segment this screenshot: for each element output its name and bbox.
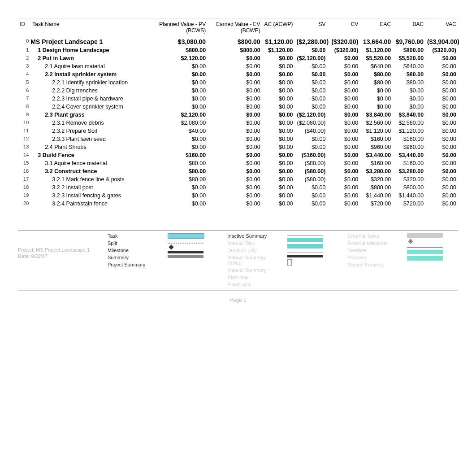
cell-ev: $0.00 [208, 78, 262, 87]
col-cv: CV [327, 20, 360, 37]
cell-cv: $0.00 [327, 151, 360, 159]
table-row: 72.2.3 Install pipe & hardware$0.00$0.00… [18, 95, 458, 103]
cell-ac: $0.00 [262, 87, 295, 95]
cell-ac: $0.00 [262, 119, 295, 127]
table-row: 22 Put in Lawn$2,120.00$0.00$0.00($2,120… [18, 54, 458, 62]
cell-ev: $0.00 [208, 87, 262, 95]
cell-vac: $0.00 [425, 127, 458, 135]
split-swatch-icon [168, 243, 203, 244]
cell-ev: $0.00 [208, 119, 262, 127]
cell-eac: $160.00 [360, 159, 393, 167]
cell-sv: $0.00 [295, 143, 328, 151]
inactive-summary-swatch-icon [287, 235, 323, 236]
table-row: 52.2.1 Identify sprinkler location$0.00$… [18, 78, 458, 87]
cell-ac: $0.00 [262, 127, 295, 135]
cell-vac: $0.00 [425, 103, 458, 111]
cell-eac: $640.00 [360, 62, 393, 70]
task-name: 2.2 Install sprinkler system [30, 70, 153, 78]
duration-only-swatch-icon [287, 244, 323, 248]
row-id: 0 [18, 37, 30, 46]
cell-cv: $0.00 [327, 111, 360, 119]
legend: Project: MS Project Landscape 1 Date: 9/… [18, 230, 458, 290]
task-name: 2.4 Plant Shrubs [30, 143, 153, 151]
cell-cv: $0.00 [327, 167, 360, 175]
legend-col-3: External Tasks External Milestone Deadli… [347, 233, 398, 267]
cell-vac: $0.00 [425, 151, 458, 159]
cell-ev: $0.00 [208, 111, 262, 119]
external-task-swatch-icon [407, 233, 443, 238]
cell-eac: $1,120.00 [360, 127, 393, 135]
cell-eac: $160.00 [360, 135, 393, 143]
task-name: 2.3.3 Plant lawn seed [30, 135, 153, 143]
cell-ev: $0.00 [208, 127, 262, 135]
row-id: 17 [18, 175, 30, 183]
cell-sv: ($2,280.00) [295, 37, 328, 46]
cell-ev: $0.00 [208, 159, 262, 167]
row-id: 1 [18, 46, 30, 54]
cell-bac: $0.00 [393, 95, 425, 103]
cell-eac: $3,280.00 [360, 167, 393, 175]
task-name: 2.3 Plant grass [30, 111, 153, 119]
table-row: 122.3.3 Plant lawn seed$0.00$0.00$0.00$0… [18, 135, 458, 143]
progress-swatch-icon [407, 250, 443, 254]
table-row: 163.2 Construct fence$80.00$0.00$0.00($8… [18, 167, 458, 175]
legend-col-2-swatches [287, 233, 338, 266]
legend-col-3-swatches [407, 233, 458, 261]
cell-cv: $0.00 [327, 87, 360, 95]
legend-item-ghost: Progress [347, 255, 398, 260]
cell-ac: $0.00 [262, 183, 295, 192]
cell-bac: $1,440.00 [393, 192, 425, 200]
legend-item-summary: Summary [108, 255, 159, 260]
task-name: 2.2.1 Identify sprinkler location [30, 78, 153, 87]
cell-ev: $0.00 [208, 70, 262, 78]
task-name: 3.2 Construct fence [30, 167, 153, 175]
row-id: 11 [18, 127, 30, 135]
cell-ac: $0.00 [262, 95, 295, 103]
cell-cv: $0.00 [327, 62, 360, 70]
table-row: 0MS Project Landscape 1$3,080.00$800.00$… [18, 37, 458, 46]
legend-item-ghost: External Milestone [347, 240, 398, 246]
cell-sv: $0.00 [295, 70, 328, 78]
cell-ac: $0.00 [262, 103, 295, 111]
cell-bac: $960.00 [393, 143, 425, 151]
task-name: 3.2.2 Install post [30, 183, 153, 192]
task-name: 1 Design Home Landscape [30, 46, 153, 54]
cell-cv: $0.00 [327, 200, 360, 208]
cell-vac: $0.00 [425, 167, 458, 175]
col-id: ID [18, 20, 30, 37]
task-swatch-icon [168, 233, 204, 239]
cell-sv: $0.00 [295, 78, 328, 87]
task-name: 2.1 Aquire lawn material [30, 62, 153, 70]
legend-item-ghost: Start-only [227, 275, 278, 280]
row-id: 12 [18, 135, 30, 143]
cell-sv: ($40.00) [295, 127, 328, 135]
manual-summary-swatch-icon [287, 255, 323, 257]
cell-ev: $0.00 [208, 103, 262, 111]
legend-item-ghost: Manual Task [227, 240, 278, 246]
cell-ac: $0.00 [262, 143, 295, 151]
legend-item-ghost: External Tasks [347, 233, 398, 239]
cell-cv: $0.00 [327, 192, 360, 200]
cell-cv: $0.00 [327, 135, 360, 143]
cell-pv: $2,120.00 [153, 54, 208, 62]
cell-eac: $720.00 [360, 200, 393, 208]
task-name: 3 Build Fence [30, 151, 153, 159]
cell-sv: $0.00 [295, 192, 328, 200]
cell-ev: $0.00 [208, 175, 262, 183]
cell-eac: $0.00 [360, 103, 393, 111]
cell-ev: $0.00 [208, 200, 262, 208]
table-row: 11 Design Home Landscape$800.00$800.00$1… [18, 46, 458, 54]
cell-cv: $0.00 [327, 78, 360, 87]
cell-pv: $2,120.00 [153, 111, 208, 119]
cell-ev: $800.00 [208, 37, 262, 46]
cell-pv: $0.00 [153, 143, 208, 151]
row-id: 19 [18, 192, 30, 200]
cell-vac: $0.00 [425, 159, 458, 167]
col-eac: EAC [360, 20, 393, 37]
cell-cv: $0.00 [327, 119, 360, 127]
col-ev: Earned Value - EV (BCWP) [208, 20, 262, 37]
row-id: 13 [18, 143, 30, 151]
cell-eac: $80.00 [360, 70, 393, 78]
cell-eac: $2,560.00 [360, 119, 393, 127]
cell-ac: $0.00 [262, 111, 295, 119]
